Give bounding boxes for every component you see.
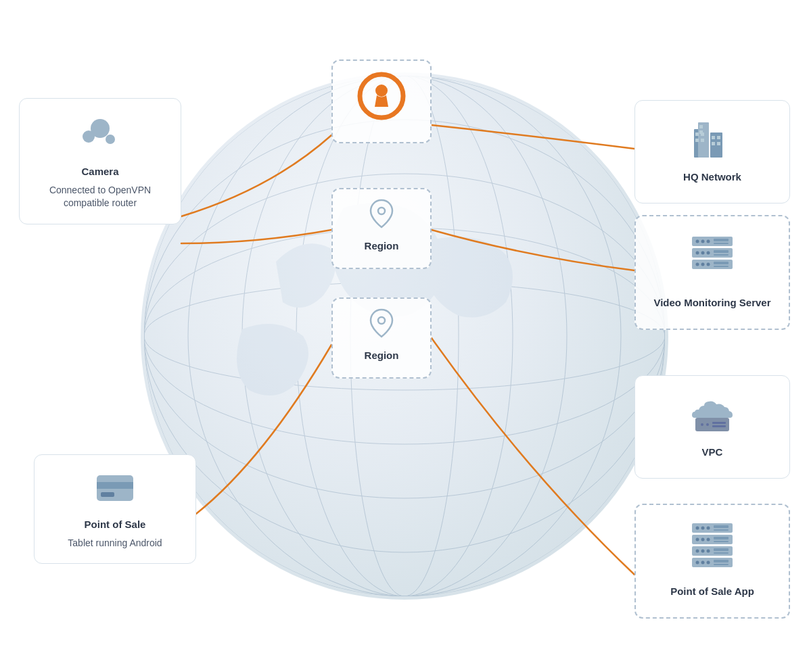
region1-icon	[368, 199, 395, 231]
svg-rect-73	[714, 552, 729, 554]
svg-point-18	[378, 208, 385, 214]
svg-rect-29	[712, 136, 715, 139]
pos-subtitle: Tablet running Android	[68, 537, 162, 550]
region2-label: Region	[365, 349, 399, 362]
svg-rect-49	[714, 262, 729, 264]
svg-point-35	[701, 240, 705, 243]
openvpn-icon	[357, 72, 406, 123]
hq-card: HQ Network	[634, 100, 790, 203]
svg-point-75	[696, 561, 699, 565]
svg-point-46	[696, 263, 699, 266]
svg-rect-61	[714, 529, 729, 531]
svg-rect-79	[714, 564, 729, 565]
region2-icon	[368, 308, 395, 341]
svg-point-42	[707, 251, 710, 255]
svg-point-41	[701, 251, 705, 255]
svg-rect-72	[714, 548, 729, 551]
svg-point-36	[707, 240, 710, 243]
region1-label: Region	[365, 239, 399, 253]
vms-icon	[685, 231, 739, 288]
svg-point-70	[701, 550, 705, 553]
camera-title: Camera	[81, 165, 118, 178]
svg-rect-28	[699, 130, 703, 134]
svg-rect-44	[714, 254, 729, 256]
svg-rect-26	[701, 139, 704, 142]
region2-card: Region	[331, 297, 432, 379]
svg-point-34	[696, 240, 699, 243]
svg-point-11	[83, 130, 95, 143]
svg-point-47	[701, 263, 705, 266]
svg-point-65	[707, 538, 710, 542]
svg-rect-51	[695, 418, 729, 431]
vpc-card: VPC	[634, 375, 790, 479]
svg-rect-67	[714, 541, 729, 542]
svg-rect-66	[714, 537, 729, 539]
svg-point-19	[378, 317, 385, 324]
region1-card: Region	[331, 188, 432, 269]
posa-title: Point of Sale App	[670, 585, 754, 598]
svg-point-59	[707, 527, 710, 530]
svg-point-71	[707, 550, 710, 553]
svg-point-48	[707, 263, 710, 266]
svg-point-12	[106, 135, 115, 144]
svg-rect-23	[695, 133, 699, 136]
svg-rect-31	[712, 142, 715, 145]
svg-rect-60	[714, 525, 729, 528]
svg-rect-25	[695, 139, 699, 142]
svg-rect-38	[714, 243, 729, 244]
svg-point-69	[696, 550, 699, 553]
pos-card: Point of Sale Tablet running Android	[34, 454, 196, 564]
svg-point-58	[701, 527, 705, 530]
svg-rect-55	[712, 425, 726, 427]
svg-point-57	[696, 527, 699, 530]
svg-point-53	[706, 423, 709, 426]
vpc-title: VPC	[702, 446, 723, 459]
vms-title: Video Monitoring Server	[653, 296, 770, 310]
svg-rect-50	[714, 266, 729, 267]
svg-rect-37	[714, 239, 729, 241]
pos-title: Point of Sale	[85, 518, 146, 531]
svg-rect-78	[714, 560, 729, 562]
camera-icon	[76, 114, 124, 157]
svg-rect-54	[712, 422, 726, 424]
svg-point-17	[375, 85, 388, 97]
camera-subtitle: Connected to OpenVPN compatible router	[36, 184, 164, 210]
hq-icon	[689, 116, 736, 162]
svg-point-52	[701, 423, 703, 426]
pos-icon	[91, 470, 139, 510]
vpc-icon	[685, 391, 739, 437]
svg-point-40	[696, 251, 699, 255]
openvpn-card	[331, 59, 432, 143]
svg-point-64	[701, 538, 705, 542]
svg-rect-15	[101, 492, 114, 497]
svg-point-77	[707, 561, 710, 565]
svg-rect-14	[97, 482, 133, 489]
svg-rect-30	[717, 136, 720, 139]
hq-title: HQ Network	[683, 170, 741, 184]
svg-point-76	[701, 561, 705, 565]
svg-point-63	[696, 538, 699, 542]
svg-rect-32	[717, 142, 720, 145]
posa-icon	[685, 520, 739, 577]
vms-card: Video Monitoring Server	[634, 215, 790, 330]
svg-rect-27	[699, 125, 703, 128]
svg-rect-43	[714, 250, 729, 253]
camera-card: Camera Connected to OpenVPN compatible r…	[19, 98, 181, 224]
posa-card: Point of Sale App	[634, 504, 790, 619]
